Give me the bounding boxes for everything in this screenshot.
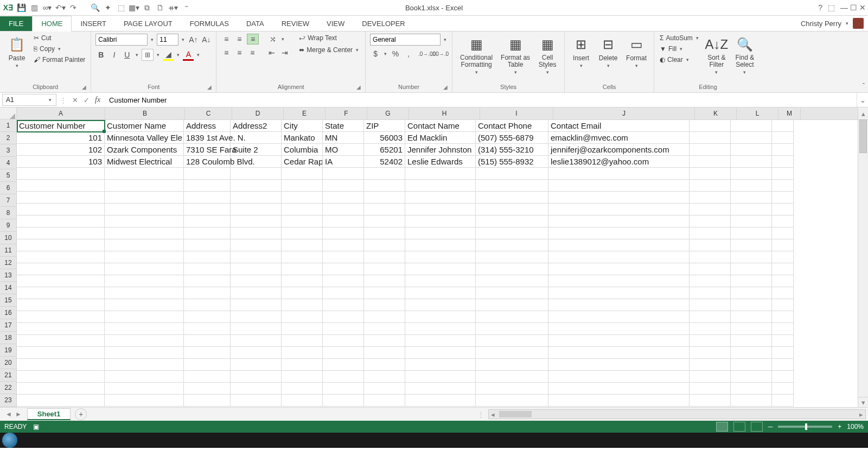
cell[interactable] xyxy=(282,287,323,299)
align-middle-icon[interactable]: ≡ xyxy=(234,34,245,44)
format-painter-button[interactable]: 🖌Format Painter xyxy=(33,55,86,64)
cancel-formula-icon[interactable]: ✕ xyxy=(72,96,78,104)
cell[interactable] xyxy=(231,275,282,287)
cell[interactable] xyxy=(731,168,772,180)
row-header[interactable]: 19 xyxy=(0,344,16,357)
cell[interactable] xyxy=(282,311,323,323)
find-select-button[interactable]: 🔍Find & Select▾ xyxy=(732,34,757,75)
tab-page-layout[interactable]: PAGE LAYOUT xyxy=(115,16,181,31)
row-header[interactable]: 17 xyxy=(0,319,16,332)
cell[interactable] xyxy=(282,204,323,216)
cell[interactable] xyxy=(364,335,405,347)
page-layout-view-button[interactable] xyxy=(733,422,745,432)
cell[interactable] xyxy=(323,359,364,371)
cell[interactable] xyxy=(690,335,731,347)
tab-developer[interactable]: DEVELOPER xyxy=(353,16,413,31)
column-header[interactable]: H xyxy=(409,107,480,119)
cell[interactable] xyxy=(690,239,731,251)
cell[interactable] xyxy=(772,263,794,275)
cell[interactable] xyxy=(548,311,690,323)
cell[interactable] xyxy=(772,311,794,323)
cell[interactable] xyxy=(231,335,282,347)
dialog-launcher-icon[interactable]: ◢ xyxy=(356,84,361,90)
cell[interactable] xyxy=(323,299,364,311)
column-header[interactable]: D xyxy=(232,107,284,119)
cell[interactable]: Jennifer Johnston xyxy=(405,144,476,156)
enter-formula-icon[interactable]: ✓ xyxy=(84,96,90,104)
chevron-down-icon[interactable]: ▾ xyxy=(443,37,448,42)
scroll-down-icon[interactable]: ▾ xyxy=(858,397,868,407)
cell[interactable] xyxy=(548,287,690,299)
cell[interactable] xyxy=(184,359,231,371)
qat-icon[interactable]: ▦▾ xyxy=(129,3,139,12)
qat-icon[interactable]: ✦ xyxy=(103,3,113,12)
cell[interactable] xyxy=(323,323,364,335)
cell[interactable] xyxy=(282,371,323,383)
cell[interactable] xyxy=(364,359,405,371)
cell[interactable] xyxy=(184,311,231,323)
tab-home[interactable]: HOME xyxy=(32,16,72,31)
tab-view[interactable]: VIEW xyxy=(318,16,353,31)
cell[interactable] xyxy=(17,192,105,204)
cell[interactable] xyxy=(282,299,323,311)
cell[interactable]: (314) 555-3210 xyxy=(476,144,548,156)
row-header[interactable]: 2 xyxy=(0,132,16,144)
cell[interactable] xyxy=(364,204,405,216)
cell[interactable] xyxy=(105,239,184,251)
row-header[interactable]: 16 xyxy=(0,307,16,319)
cell[interactable] xyxy=(772,359,794,371)
cell[interactable] xyxy=(364,239,405,251)
delete-cells-button[interactable]: ⊟Delete▾ xyxy=(596,34,620,68)
scrollbar-thumb[interactable] xyxy=(859,119,867,153)
cell[interactable]: jenniferj@ozarkcomponents.com xyxy=(548,144,690,156)
cell[interactable] xyxy=(231,383,282,395)
vertical-scrollbar[interactable]: ▴ ▾ xyxy=(858,107,868,407)
cell[interactable]: 7310 SE Fara xyxy=(184,144,231,156)
cell[interactable]: Customer Number xyxy=(17,120,105,132)
page-break-view-button[interactable] xyxy=(751,422,763,432)
cell[interactable] xyxy=(231,395,282,407)
cell[interactable] xyxy=(184,299,231,311)
align-top-icon[interactable]: ≡ xyxy=(221,34,232,44)
number-format-input[interactable] xyxy=(370,34,441,46)
cell[interactable]: 101 xyxy=(17,132,105,144)
orientation-icon[interactable]: ⤭ xyxy=(267,34,278,44)
row-header[interactable]: 20 xyxy=(0,357,16,369)
cell[interactable] xyxy=(690,251,731,263)
cell[interactable] xyxy=(731,132,772,144)
cell[interactable]: (515) 555-8932 xyxy=(476,156,548,168)
cell[interactable] xyxy=(405,347,476,359)
cell[interactable] xyxy=(731,323,772,335)
cell[interactable] xyxy=(184,192,231,204)
cell[interactable] xyxy=(476,251,548,263)
qat-icon[interactable]: ▥ xyxy=(29,3,39,12)
row-header[interactable]: 15 xyxy=(0,294,16,307)
tab-formulas[interactable]: FORMULAS xyxy=(181,16,238,31)
chevron-down-icon[interactable]: ▾ xyxy=(48,97,53,103)
cell[interactable] xyxy=(731,287,772,299)
cell[interactable] xyxy=(690,311,731,323)
row-header[interactable]: 12 xyxy=(0,257,16,269)
scrollbar-thumb[interactable] xyxy=(499,411,532,417)
cell[interactable] xyxy=(476,227,548,239)
cell[interactable]: Ozark Components xyxy=(105,144,184,156)
column-header[interactable]: L xyxy=(737,107,778,119)
cell[interactable] xyxy=(282,216,323,227)
cell[interactable] xyxy=(184,371,231,383)
row-header[interactable]: 1 xyxy=(0,119,16,132)
cell[interactable]: Columbia xyxy=(282,144,323,156)
cell[interactable] xyxy=(405,311,476,323)
row-header[interactable]: 3 xyxy=(0,144,16,157)
cell[interactable] xyxy=(548,383,690,395)
cell[interactable] xyxy=(548,359,690,371)
cell[interactable] xyxy=(364,168,405,180)
accounting-format-icon[interactable]: $ xyxy=(370,49,381,59)
cell[interactable] xyxy=(405,383,476,395)
cell[interactable] xyxy=(772,132,794,144)
cell[interactable] xyxy=(772,216,794,227)
cell[interactable] xyxy=(690,168,731,180)
cell[interactable] xyxy=(772,180,794,192)
cell[interactable] xyxy=(690,144,731,156)
cell[interactable] xyxy=(476,311,548,323)
cell[interactable] xyxy=(282,239,323,251)
